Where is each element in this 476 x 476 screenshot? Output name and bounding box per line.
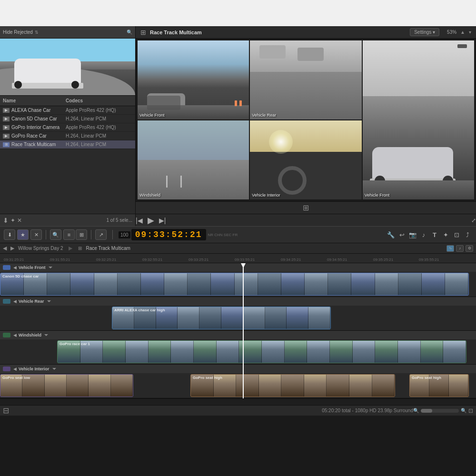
- clip-canon5d[interactable]: Canon 5D chase car: [0, 273, 469, 296]
- item-name-canon: Canon 5D Chase Car: [11, 116, 66, 121]
- import-icon[interactable]: ⬇: [3, 217, 9, 224]
- clip-arri-alexa[interactable]: ARRI ALEXA chase car high: [112, 307, 331, 329]
- waveform-toggle[interactable]: ∿: [446, 245, 454, 252]
- search-icon[interactable]: 🔍: [127, 30, 132, 35]
- zoom-out-button[interactable]: ⊟: [3, 406, 9, 415]
- select-tool[interactable]: ↗: [95, 229, 107, 240]
- clip-gopro-race[interactable]: GoPro race car 1: [57, 340, 466, 363]
- multicam-icon: ⊞: [3, 142, 10, 147]
- track-color-indicator: [3, 265, 10, 270]
- track-header-vehicle-front: ◀ Vehicle Front: [0, 263, 476, 272]
- go-to-end-button[interactable]: ▶|: [159, 217, 166, 224]
- zoom-in-icon[interactable]: 🔍: [461, 408, 466, 413]
- settings-button[interactable]: Settings ▾: [410, 28, 439, 36]
- music-tool[interactable]: ♪: [419, 230, 428, 239]
- clip-gopro-seat-high-1[interactable]: GoPro seat high: [190, 374, 395, 397]
- item-codec-multicam: H.264, Linear PCM: [66, 142, 132, 147]
- multicam-bottom-bar: ⊞: [136, 201, 476, 214]
- search-button[interactable]: 🔍: [50, 229, 61, 240]
- track-expand-icon[interactable]: [49, 267, 52, 268]
- clip-label: GoPro seat high: [193, 376, 222, 380]
- timeline-multicam-name: Race Track Multicam: [86, 246, 130, 251]
- fullscreen-button[interactable]: ⤢: [471, 217, 476, 224]
- thumb-cell: [328, 273, 351, 295]
- clip-thumbnails: [0, 273, 468, 295]
- media-item[interactable]: ▶ GoPro Race Car H.264, Linear PCM: [0, 132, 135, 140]
- transport-controls: |◀ ▶ ▶| ⤢: [136, 214, 476, 226]
- main-area: Hide Rejected ⇅ 🔍 Name Codecs ▶ ALE: [0, 26, 476, 226]
- go-to-start-button[interactable]: |◀: [136, 217, 143, 224]
- thumb-cell: [304, 375, 327, 397]
- timeline-forward-button[interactable]: ▶: [10, 245, 14, 251]
- cam-cell-vehicle-front-large[interactable]: Vehicle Front: [363, 40, 474, 199]
- browser-footer: ⬇ ✦ ✕ 1 of 5 sele...: [0, 214, 135, 226]
- thumb-cell: [217, 341, 239, 363]
- timecode-display: 09:33:52:21: [131, 229, 206, 240]
- cam-cell-vehicle-interior[interactable]: Vehicle Interior: [250, 120, 361, 199]
- track-expand-icon[interactable]: [52, 368, 56, 370]
- track-expand-icon[interactable]: [44, 334, 48, 336]
- share-button[interactable]: ⤴: [463, 230, 472, 239]
- thumb-cell: [126, 341, 149, 363]
- cam-label-1: Vehicle Front: [139, 113, 165, 118]
- clip-icon: ▶: [3, 125, 10, 130]
- track-expand-icon[interactable]: [47, 300, 51, 302]
- track-header-icon-wind: ◀: [13, 333, 17, 337]
- snapshot-button[interactable]: 📷: [408, 230, 417, 239]
- timeline-area: ◀ ▶ Willow Springs Day 2 ▶ ⊞ Race Track …: [0, 243, 476, 416]
- cam-cell-vehicle-front-1[interactable]: Vehicle Front: [138, 40, 249, 119]
- playhead[interactable]: [243, 263, 244, 398]
- cam-cell-vehicle-rear[interactable]: Vehicle Rear: [250, 40, 361, 119]
- cam-cell-windshield[interactable]: Windshield: [138, 120, 249, 199]
- wrench-tool[interactable]: 🔧: [386, 230, 396, 239]
- viewer-title: Race Track Multicam: [150, 30, 202, 35]
- sort-arrow-icon: ⇅: [35, 30, 39, 35]
- thumb-cell: [67, 375, 89, 397]
- effects-tool[interactable]: ✦: [441, 230, 450, 239]
- text-tool[interactable]: T: [430, 230, 439, 239]
- media-item[interactable]: ⊞ Race Track Multicam H.264, Linear PCM: [0, 140, 135, 149]
- fit-button[interactable]: ⊡: [468, 407, 473, 414]
- generator-tool[interactable]: ⊡: [452, 230, 461, 239]
- list-view-button[interactable]: ≡: [63, 229, 75, 240]
- flag-button[interactable]: ★: [17, 229, 29, 240]
- grid-view-button[interactable]: ⊞: [76, 229, 87, 240]
- media-item[interactable]: ▶ GoPro Interior Camera Apple ProRes 422…: [0, 123, 135, 132]
- thumb-cell: [349, 375, 372, 397]
- item-codec-gopro-int: Apple ProRes 422 (HQ): [66, 125, 132, 130]
- media-item[interactable]: ▶ Canon 5D Chase Car H.264, Linear PCM: [0, 115, 135, 123]
- audio-button[interactable]: ♪: [456, 245, 464, 252]
- clip-gopro-seat-high-2[interactable]: GoPro seat high: [409, 374, 469, 397]
- clip-gopro-seat-low[interactable]: GoPro seat low: [0, 374, 133, 397]
- timeline-back-button[interactable]: ◀: [3, 245, 7, 251]
- import-button[interactable]: ⬇: [4, 229, 15, 240]
- thumb-cell: [103, 341, 126, 363]
- thumb-cell: [45, 375, 67, 397]
- media-item[interactable]: ▶ ALEXA Chase Car Apple ProRes 422 (HQ): [0, 106, 135, 115]
- track-color-indicator: [3, 299, 10, 304]
- cam-label-2: Vehicle Rear: [252, 113, 276, 118]
- delete-icon[interactable]: ✕: [17, 217, 22, 224]
- reject-button[interactable]: ✕: [30, 229, 42, 240]
- zoom-up-icon[interactable]: ▲: [460, 30, 465, 35]
- thumb-cell: [118, 273, 141, 295]
- thumb-cell: [149, 341, 171, 363]
- track-windshield: ◀ Windshield GoPro race car 1: [0, 331, 476, 365]
- tc-mark-6: 09:33:55:21: [235, 258, 255, 262]
- timeline-settings[interactable]: ⚙: [466, 245, 473, 252]
- share-icon[interactable]: ✦: [10, 217, 15, 224]
- timeline-scroll[interactable]: [0, 398, 476, 405]
- play-button[interactable]: ▶: [148, 215, 154, 226]
- filter-label: Hide Rejected: [3, 30, 33, 35]
- tc-mark-8: 09:34:55:21: [327, 258, 347, 262]
- track-content-windshield: GoPro race car 1: [0, 339, 476, 364]
- zoom-controls[interactable]: ▾: [469, 30, 471, 35]
- zoom-slider[interactable]: [421, 409, 459, 413]
- track-content-vehicle-rear: ARRI ALEXA chase car high: [0, 306, 476, 330]
- tc-mark-5: 09:33:25:21: [188, 258, 208, 262]
- timeline-project-name: Willow Springs Day 2: [18, 246, 63, 251]
- undo-button[interactable]: ↩: [397, 230, 407, 239]
- media-item-list: ▶ ALEXA Chase Car Apple ProRes 422 (HQ) …: [0, 106, 135, 214]
- multicam-layout-icon[interactable]: ⊞: [303, 203, 309, 212]
- zoom-bar[interactable]: 🔍: [413, 408, 419, 413]
